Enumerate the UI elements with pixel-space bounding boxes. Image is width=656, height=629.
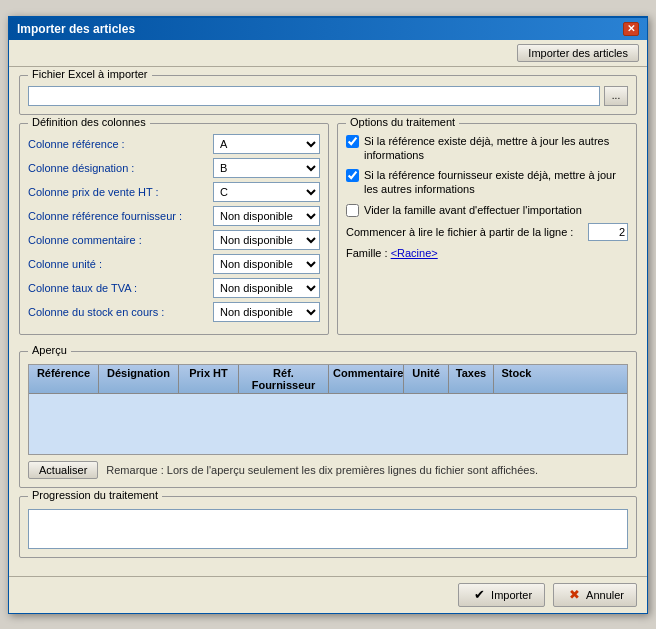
start-line-label: Commencer à lire le fichier à partir de …	[346, 226, 588, 238]
progression-bar	[28, 509, 628, 549]
options-traitement-group: Options du traitement Si la référence ex…	[337, 123, 637, 335]
close-button[interactable]: ✕	[623, 22, 639, 36]
apercu-group: Aperçu Référence Désignation Prix HT Réf…	[19, 351, 637, 488]
col-select-0[interactable]: ABCNon disponible	[213, 134, 320, 154]
col-label-7: Colonne du stock en cours :	[28, 306, 213, 318]
fichier-excel-group: Fichier Excel à importer ...	[19, 75, 637, 115]
th-unite: Unité	[404, 365, 449, 393]
col-label-5: Colonne unité :	[28, 258, 213, 270]
title-bar: Importer des articles ✕	[9, 18, 647, 40]
checkbox-row-1: Si la référence existe déjà, mettre à jo…	[346, 134, 628, 163]
col-select-1[interactable]: ABCNon disponible	[213, 158, 320, 178]
window-title: Importer des articles	[17, 22, 135, 36]
importer-button[interactable]: ✔ Importer	[458, 583, 545, 607]
th-stock: Stock	[494, 365, 539, 393]
family-label: Famille :	[346, 247, 388, 259]
start-line-input[interactable]	[588, 223, 628, 241]
th-taxes: Taxes	[449, 365, 494, 393]
colonnes-rows: Colonne référence : ABCNon disponible Co…	[28, 134, 320, 322]
form-row-2: Colonne prix de vente HT : ABCNon dispon…	[28, 182, 320, 202]
annuler-label: Annuler	[586, 589, 624, 601]
checkbox-row-3: Vider la famille avant d'effectuer l'imp…	[346, 203, 628, 217]
col-select-2[interactable]: ABCNon disponible	[213, 182, 320, 202]
checkbox-label-3: Vider la famille avant d'effectuer l'imp…	[364, 203, 582, 217]
annuler-icon: ✖	[566, 587, 582, 603]
definition-label: Définition des colonnes	[28, 116, 150, 128]
form-row-3: Colonne référence fournisseur : ABCNon d…	[28, 206, 320, 226]
form-row-1: Colonne désignation : ABCNon disponible	[28, 158, 320, 178]
fichier-excel-label: Fichier Excel à importer	[28, 68, 152, 80]
checkbox-2[interactable]	[346, 169, 359, 182]
apercu-table: Référence Désignation Prix HT Réf. Fourn…	[28, 364, 628, 455]
annuler-button[interactable]: ✖ Annuler	[553, 583, 637, 607]
form-row-4: Colonne commentaire : ABCNon disponible	[28, 230, 320, 250]
progression-group: Progression du traitement	[19, 496, 637, 558]
importer-label: Importer	[491, 589, 532, 601]
options-label: Options du traitement	[346, 116, 459, 128]
apercu-label: Aperçu	[28, 344, 71, 356]
th-fournisseur: Réf. Fournisseur	[239, 365, 329, 393]
col-select-3[interactable]: ABCNon disponible	[213, 206, 320, 226]
col-label-0: Colonne référence :	[28, 138, 213, 150]
main-window: Importer des articles ✕ Importer des art…	[8, 16, 648, 614]
checkbox-3[interactable]	[346, 204, 359, 217]
checkbox-label-2: Si la référence fournisseur existe déjà,…	[364, 168, 628, 197]
importer-icon: ✔	[471, 587, 487, 603]
two-col-section: Définition des colonnes Colonne référenc…	[19, 123, 637, 343]
th-prix: Prix HT	[179, 365, 239, 393]
start-line-row: Commencer à lire le fichier à partir de …	[346, 223, 628, 241]
progression-label: Progression du traitement	[28, 489, 162, 501]
col-select-4[interactable]: ABCNon disponible	[213, 230, 320, 250]
actualiser-button[interactable]: Actualiser	[28, 461, 98, 479]
content-area: Fichier Excel à importer ... Définition …	[9, 67, 647, 576]
remark-text: Remarque : Lors de l'aperçu seulement le…	[106, 464, 538, 476]
family-link[interactable]: <Racine>	[391, 247, 438, 259]
col-label-4: Colonne commentaire :	[28, 234, 213, 246]
toolbar-importer-button[interactable]: Importer des articles	[517, 44, 639, 62]
checkbox-row-2: Si la référence fournisseur existe déjà,…	[346, 168, 628, 197]
th-designation: Désignation	[99, 365, 179, 393]
apercu-footer: Actualiser Remarque : Lors de l'aperçu s…	[28, 461, 628, 479]
family-row: Famille : <Racine>	[346, 247, 628, 259]
th-reference: Référence	[29, 365, 99, 393]
checkbox-label-1: Si la référence existe déjà, mettre à jo…	[364, 134, 628, 163]
col-label-6: Colonne taux de TVA :	[28, 282, 213, 294]
definition-colonnes-group: Définition des colonnes Colonne référenc…	[19, 123, 329, 335]
form-row-0: Colonne référence : ABCNon disponible	[28, 134, 320, 154]
footer: ✔ Importer ✖ Annuler	[9, 576, 647, 613]
table-body	[29, 394, 627, 454]
col-select-7[interactable]: ABCNon disponible	[213, 302, 320, 322]
checkbox-1[interactable]	[346, 135, 359, 148]
col-label-2: Colonne prix de vente HT :	[28, 186, 213, 198]
col-select-6[interactable]: ABCNon disponible	[213, 278, 320, 298]
browse-button[interactable]: ...	[604, 86, 628, 106]
col-label-1: Colonne désignation :	[28, 162, 213, 174]
toolbar: Importer des articles	[9, 40, 647, 67]
form-row-5: Colonne unité : ABCNon disponible	[28, 254, 320, 274]
form-row-6: Colonne taux de TVA : ABCNon disponible	[28, 278, 320, 298]
col-label-3: Colonne référence fournisseur :	[28, 210, 213, 222]
excel-row: ...	[28, 86, 628, 106]
th-commentaire: Commentaire	[329, 365, 404, 393]
col-select-5[interactable]: ABCNon disponible	[213, 254, 320, 274]
form-row-7: Colonne du stock en cours : ABCNon dispo…	[28, 302, 320, 322]
table-header: Référence Désignation Prix HT Réf. Fourn…	[29, 365, 627, 394]
options-content: Si la référence existe déjà, mettre à jo…	[346, 130, 628, 259]
excel-file-input[interactable]	[28, 86, 600, 106]
